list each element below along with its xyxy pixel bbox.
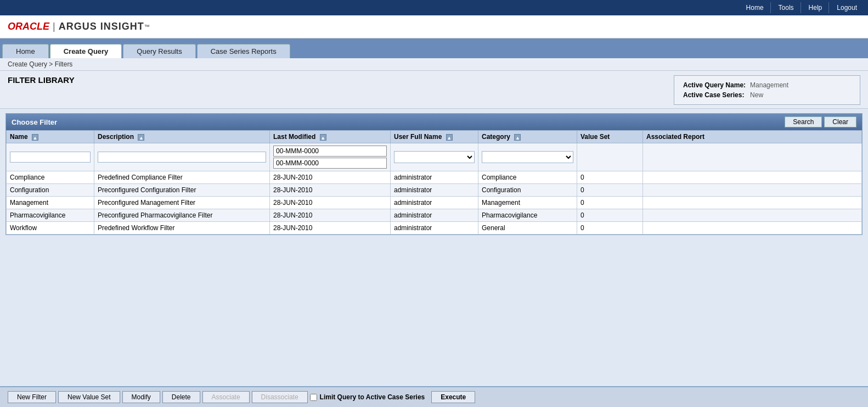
modify-button[interactable]: Modify bbox=[122, 391, 160, 403]
execute-button[interactable]: Execute bbox=[431, 391, 475, 403]
clear-button[interactable]: Clear bbox=[824, 116, 856, 127]
table-body: CompliancePredefined Compliance Filter28… bbox=[7, 171, 862, 235]
logo-tm: ™ bbox=[144, 24, 150, 30]
table-cell-6 bbox=[643, 184, 862, 197]
table-cell-2: 28-JUN-2010 bbox=[270, 197, 391, 209]
table-cell-1: Preconfigured Pharmacovigilance Filter bbox=[94, 209, 270, 222]
table-cell-0: Pharmacovigilance bbox=[7, 209, 94, 222]
top-nav-bar: Home Tools Help Logout bbox=[0, 0, 868, 15]
table-cell-0: Management bbox=[7, 197, 94, 209]
table-cell-5: 0 bbox=[577, 184, 643, 197]
disassociate-button[interactable]: Disassociate bbox=[252, 391, 308, 403]
col-header-description: Description ▲ bbox=[94, 131, 270, 143]
page-wrapper: Home Tools Help Logout ORACLE | ARGUS IN… bbox=[0, 0, 868, 407]
col-header-associated-report: Associated Report bbox=[643, 131, 862, 143]
table-cell-4: Pharmacovigilance bbox=[478, 209, 577, 222]
active-query-box: Active Query Name: Management Active Cas… bbox=[674, 75, 860, 105]
table-cell-6 bbox=[643, 197, 862, 209]
col-name-label: Name bbox=[10, 133, 28, 141]
limit-label: Limit Query to Active Case Series bbox=[320, 393, 425, 401]
table-cell-2: 28-JUN-2010 bbox=[270, 184, 391, 197]
filter-name-input[interactable] bbox=[10, 152, 91, 163]
filter-user-cell: administrator bbox=[391, 143, 478, 171]
table-cell-5: 0 bbox=[577, 171, 643, 184]
table-cell-3: administrator bbox=[391, 184, 478, 197]
table-cell-1: Predefined Compliance Filter bbox=[94, 171, 270, 184]
filter-date-cell bbox=[270, 143, 391, 171]
table-cell-5: 0 bbox=[577, 209, 643, 222]
logo-divider: | bbox=[53, 21, 55, 32]
nav-home[interactable]: Home bbox=[740, 2, 771, 13]
active-case-series-label: Active Case Series: bbox=[683, 90, 750, 100]
filter-panel-buttons: Search Clear bbox=[785, 116, 856, 127]
search-button[interactable]: Search bbox=[785, 116, 822, 127]
new-filter-button[interactable]: New Filter bbox=[8, 391, 56, 403]
limit-checkbox-area: Limit Query to Active Case Series bbox=[310, 393, 425, 401]
col-category-sort-icon[interactable]: ▲ bbox=[514, 134, 521, 141]
col-name-sort-icon[interactable]: ▲ bbox=[32, 134, 38, 141]
tab-case-series-reports[interactable]: Case Series Reports bbox=[197, 44, 290, 58]
table-row[interactable]: WorkflowPredefined Workflow Filter28-JUN… bbox=[7, 222, 862, 235]
table-cell-6 bbox=[643, 209, 862, 222]
new-value-set-button[interactable]: New Value Set bbox=[58, 391, 120, 403]
table-cell-0: Compliance bbox=[7, 171, 94, 184]
associate-button[interactable]: Associate bbox=[202, 391, 250, 403]
nav-logout[interactable]: Logout bbox=[830, 2, 864, 13]
filter-category-select[interactable]: Compliance Configuration Management Phar… bbox=[482, 151, 573, 163]
col-user-full-name-label: User Full Name bbox=[394, 133, 442, 141]
table-cell-2: 28-JUN-2010 bbox=[270, 209, 391, 222]
table-cell-3: administrator bbox=[391, 197, 478, 209]
table-cell-5: 0 bbox=[577, 222, 643, 235]
filter-date-to-input[interactable] bbox=[273, 158, 387, 169]
tab-query-results[interactable]: Query Results bbox=[123, 44, 195, 58]
filter-table: Name ▲ Description ▲ Last Modified ▲ bbox=[6, 130, 862, 235]
table-cell-4: Compliance bbox=[478, 171, 577, 184]
col-header-value-set: Value Set bbox=[577, 131, 643, 143]
delete-button[interactable]: Delete bbox=[162, 391, 200, 403]
nav-help[interactable]: Help bbox=[802, 2, 830, 13]
limit-checkbox[interactable] bbox=[310, 394, 317, 401]
active-query-name-label: Active Query Name: bbox=[683, 80, 750, 90]
main-content: Choose Filter Search Clear bbox=[0, 109, 868, 407]
logo-oracle: ORACLE bbox=[8, 21, 49, 32]
col-user-full-name-sort-icon[interactable]: ▲ bbox=[446, 134, 453, 141]
table-row[interactable]: CompliancePredefined Compliance Filter28… bbox=[7, 171, 862, 184]
col-header-user-full-name: User Full Name ▲ bbox=[391, 131, 478, 143]
table-cell-1: Predefined Workflow Filter bbox=[94, 222, 270, 235]
table-cell-3: administrator bbox=[391, 209, 478, 222]
tab-home[interactable]: Home bbox=[2, 44, 49, 58]
nav-tools[interactable]: Tools bbox=[772, 2, 801, 13]
filter-description-cell bbox=[94, 143, 270, 171]
filter-table-scroll[interactable]: Name ▲ Description ▲ Last Modified ▲ bbox=[6, 130, 862, 235]
col-associated-report-label: Associated Report bbox=[646, 133, 704, 141]
table-cell-0: Workflow bbox=[7, 222, 94, 235]
table-cell-3: administrator bbox=[391, 222, 478, 235]
col-description-sort-icon[interactable]: ▲ bbox=[138, 134, 144, 141]
page-title: FILTER LIBRARY bbox=[8, 75, 75, 85]
filter-date-from-input[interactable] bbox=[273, 146, 387, 157]
filter-description-input[interactable] bbox=[98, 152, 266, 163]
table-cell-3: administrator bbox=[391, 171, 478, 184]
filter-panel-header: Choose Filter Search Clear bbox=[6, 114, 862, 130]
bottom-toolbar: New Filter New Value Set Modify Delete A… bbox=[0, 386, 868, 407]
col-header-name: Name ▲ bbox=[7, 131, 94, 143]
table-row[interactable]: PharmacovigilancePreconfigured Pharmacov… bbox=[7, 209, 862, 222]
filter-associated-report-cell bbox=[643, 143, 862, 171]
table-cell-1: Preconfigured Configuration Filter bbox=[94, 184, 270, 197]
table-cell-6 bbox=[643, 171, 862, 184]
table-cell-6 bbox=[643, 222, 862, 235]
logo-argus: ARGUS INSIGHT bbox=[59, 21, 144, 32]
tab-create-query[interactable]: Create Query bbox=[50, 44, 122, 58]
filter-name-cell bbox=[7, 143, 94, 171]
table-cell-2: 28-JUN-2010 bbox=[270, 222, 391, 235]
table-cell-4: General bbox=[478, 222, 577, 235]
col-last-modified-sort-icon[interactable]: ▲ bbox=[320, 134, 326, 141]
table-cell-4: Configuration bbox=[478, 184, 577, 197]
filter-user-select[interactable]: administrator bbox=[394, 151, 475, 163]
table-row[interactable]: ConfigurationPreconfigured Configuration… bbox=[7, 184, 862, 197]
filter-panel-title: Choose Filter bbox=[12, 118, 57, 126]
col-last-modified-label: Last Modified bbox=[273, 133, 315, 141]
breadcrumb: Create Query > Filters bbox=[0, 58, 868, 71]
table-cell-0: Configuration bbox=[7, 184, 94, 197]
table-row[interactable]: ManagementPreconfigured Management Filte… bbox=[7, 197, 862, 209]
